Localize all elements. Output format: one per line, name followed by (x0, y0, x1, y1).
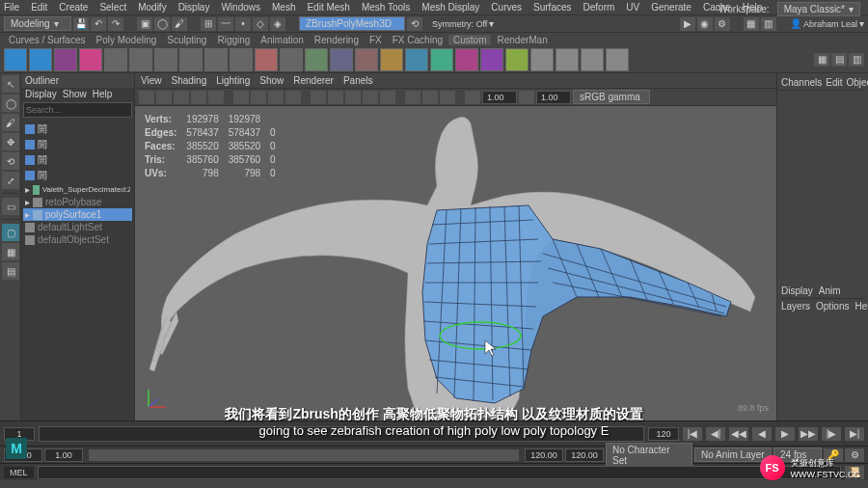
vp-select-camera-icon[interactable] (139, 91, 154, 104)
shelf-custom2-icon[interactable] (129, 48, 152, 71)
character-set-dropdown[interactable]: No Character Set (606, 443, 692, 468)
construction-history-icon[interactable]: ⟲ (407, 17, 422, 31)
vp-textured-icon[interactable] (345, 91, 361, 104)
shelf-custom18-icon[interactable] (530, 48, 554, 71)
move-tool-icon[interactable]: ✥ (2, 133, 19, 150)
shelf-custom8-icon[interactable] (280, 48, 303, 71)
vp-shadows-icon[interactable] (380, 91, 395, 104)
shelf-tab-renderman[interactable]: RenderMan (492, 35, 552, 45)
vp-2d-pan-icon[interactable] (191, 91, 206, 104)
shelf-custom10-icon[interactable] (330, 48, 353, 71)
menu-mesh[interactable]: Mesh (272, 2, 295, 13)
shelf-custom21-icon[interactable] (606, 48, 629, 71)
scale-tool-icon[interactable]: ⤢ (2, 172, 19, 189)
menu-deform[interactable]: Deform (583, 2, 615, 13)
shelf-nx-icon[interactable] (29, 48, 52, 71)
lasso-tool-icon[interactable]: ◯ (2, 95, 19, 112)
snap-plane-icon[interactable]: ◇ (253, 17, 268, 31)
cmd-language-label[interactable]: MEL (4, 467, 34, 478)
menu-create[interactable]: Create (59, 2, 88, 13)
live-object-field[interactable]: ZBrushPolyMesh3D (299, 16, 405, 31)
vp-isolate-icon[interactable] (405, 91, 420, 104)
undo-icon[interactable]: ↶ (91, 17, 106, 31)
snap-grid-icon[interactable]: ⊞ (201, 17, 216, 31)
range-start-input[interactable] (44, 448, 83, 462)
outliner-item[interactable]: 開 (23, 152, 132, 168)
shelf-custom13-icon[interactable] (405, 48, 428, 71)
shelf-custom20-icon[interactable] (581, 48, 604, 71)
options-tab[interactable]: Options (816, 301, 849, 312)
snap-live-icon[interactable]: ◈ (270, 17, 285, 31)
vp-wireframe-icon[interactable] (311, 91, 326, 104)
shelf-custom12-icon[interactable] (380, 48, 403, 71)
outliner-search-input[interactable] (23, 102, 132, 118)
menu-mesh-tools[interactable]: Mesh Tools (362, 2, 410, 13)
vp-xray-icon[interactable] (422, 91, 438, 104)
menu-select[interactable]: Select (99, 2, 126, 13)
ipr-icon[interactable]: ◉ (697, 17, 713, 31)
mode-dropdown[interactable]: Modeling▾ (4, 16, 71, 31)
shelf-tab-fx[interactable]: FX (365, 35, 387, 45)
vp-menu-show[interactable]: Show (259, 75, 284, 86)
select-tool-icon[interactable]: ↖ (2, 75, 19, 93)
range-bar[interactable] (89, 449, 519, 461)
gamma-input[interactable] (536, 91, 571, 104)
outliner-item[interactable]: defaultLightSet (23, 221, 132, 233)
workspace-dropdown[interactable]: Maya Classic*▾ (777, 2, 860, 16)
shelf-cp-icon[interactable] (79, 48, 102, 71)
shelf-tab-fxcache[interactable]: FX Caching (388, 35, 448, 45)
anim-tab[interactable]: Anim (819, 285, 841, 296)
layers-tab[interactable]: Layers (781, 301, 810, 312)
shelf-custom9-icon[interactable] (305, 48, 328, 71)
shelf-tab-animation[interactable]: Animation (256, 35, 308, 45)
vp-gamma-icon[interactable] (519, 91, 534, 104)
display-tab[interactable]: Display (781, 285, 813, 296)
toggle-attribute-icon[interactable]: ▤ (831, 53, 847, 67)
vp-image-plane-icon[interactable] (174, 91, 189, 104)
vp-xray-joints-icon[interactable] (440, 91, 455, 104)
vp-menu-view[interactable]: View (141, 75, 162, 86)
vp-bookmark-icon[interactable] (156, 91, 172, 104)
vp-menu-panels[interactable]: Panels (343, 75, 373, 86)
layout-single-icon[interactable]: ▢ (2, 224, 19, 241)
shelf-custom17-icon[interactable] (505, 48, 529, 71)
shelf-custom15-icon[interactable] (455, 48, 478, 71)
vp-exposure-icon[interactable] (465, 91, 480, 104)
layout-custom-icon[interactable]: ▤ (2, 262, 19, 280)
vp-menu-lighting[interactable]: Lighting (216, 75, 250, 86)
paint-select-icon[interactable]: 🖌 (172, 17, 187, 31)
snap-point-icon[interactable]: • (235, 17, 251, 31)
step-fwd-icon[interactable]: |▶ (822, 427, 841, 441)
shelf-custom5-icon[interactable] (204, 48, 228, 71)
toggle-channelbox-icon[interactable]: ▦ (814, 53, 829, 67)
command-input[interactable] (38, 466, 841, 479)
menu-uv[interactable]: UV (626, 2, 639, 13)
shelf-custom14-icon[interactable] (430, 48, 453, 71)
vp-grid-icon[interactable] (233, 91, 249, 104)
lasso-icon[interactable]: ◯ (154, 17, 170, 31)
vp-menu-renderer[interactable]: Renderer (293, 75, 334, 86)
outliner-item[interactable]: 開 (23, 122, 132, 137)
render-settings-icon[interactable]: ⚙ (715, 17, 730, 31)
vp-shaded-icon[interactable] (328, 91, 343, 104)
outliner-item[interactable]: 開 (23, 168, 132, 183)
last-tool-icon[interactable]: ▭ (2, 198, 19, 215)
vp-lights-icon[interactable] (363, 91, 378, 104)
select-mode-icon[interactable]: ▣ (137, 17, 152, 31)
tab-object[interactable]: Object (847, 77, 869, 88)
shelf-tab-rigging[interactable]: Rigging (212, 35, 255, 45)
shelf-custom1-icon[interactable] (104, 48, 127, 71)
snap-curve-icon[interactable]: 〰 (218, 17, 233, 31)
tab-edit[interactable]: Edit (826, 77, 842, 88)
vp-resolution-icon[interactable] (268, 91, 284, 104)
vp-film-gate-icon[interactable] (251, 91, 266, 104)
toggle-tool-icon[interactable]: ▥ (849, 53, 864, 67)
shelf-custom11-icon[interactable] (355, 48, 378, 71)
shelf-custom3-icon[interactable] (154, 48, 177, 71)
outliner-item[interactable]: defaultObjectSet (23, 233, 132, 246)
symmetry-dropdown[interactable]: Symmetry: Off (432, 19, 487, 29)
viewport[interactable]: View Shading Lighting Show Renderer Pane… (135, 73, 776, 420)
menu-edit[interactable]: Edit (31, 2, 47, 13)
colorspace-dropdown[interactable]: sRGB gamma (573, 90, 650, 104)
redo-icon[interactable]: ↷ (108, 17, 123, 31)
